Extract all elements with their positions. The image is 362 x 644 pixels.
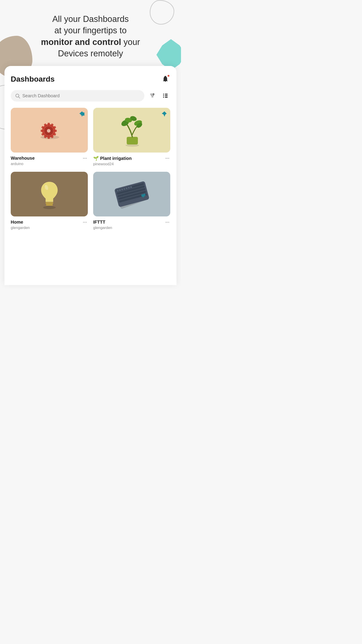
- svg-rect-32: [45, 202, 53, 204]
- plant-irrigation-more-button[interactable]: ···: [164, 156, 170, 160]
- plant-irrigation-pin-button[interactable]: [160, 110, 168, 118]
- pin-icon: [160, 110, 168, 118]
- svg-rect-7: [165, 97, 168, 98]
- warehouse-thumbnail: [11, 108, 88, 152]
- plant-irrigation-info: 🌱 Plant irrigation pinewood24 ···: [93, 156, 170, 166]
- home-info: Home glengarden ···: [11, 220, 88, 230]
- sort-icon: [149, 92, 156, 98]
- plant-irrigation-name: 🌱 Plant irrigation: [93, 156, 132, 161]
- home-name: Home: [11, 220, 30, 225]
- hero-rest: your: [121, 37, 140, 47]
- plant-irrigation-subtitle: pinewood24: [93, 162, 132, 166]
- svg-line-1: [18, 97, 20, 98]
- dashboard-grid: Warehouse arduino ···: [11, 108, 170, 230]
- svg-rect-18: [48, 136, 50, 139]
- pin-icon: [78, 110, 85, 118]
- home-subtitle: glengarden: [11, 226, 30, 230]
- svg-point-31: [43, 206, 56, 209]
- svg-point-11: [47, 129, 50, 132]
- list-view-button[interactable]: [160, 90, 170, 101]
- notification-dot: [167, 74, 170, 77]
- svg-rect-6: [163, 97, 164, 98]
- bell-icon: [161, 75, 169, 83]
- warehouse-info: Warehouse arduino ···: [11, 156, 88, 166]
- card-header: Dashboards: [11, 74, 170, 84]
- svg-rect-5: [165, 95, 168, 96]
- svg-rect-15: [54, 130, 57, 132]
- hero-line1: All your Dashboards: [52, 14, 129, 24]
- svg-rect-2: [163, 94, 164, 94]
- dashboard-item-warehouse: Warehouse arduino ···: [11, 108, 88, 166]
- dashboard-item-ifttt: IFTTT glengarden ···: [93, 172, 170, 230]
- keyboard-illustration: [112, 177, 151, 212]
- card-title: Dashboards: [11, 75, 55, 84]
- warehouse-name: Warehouse: [11, 156, 35, 161]
- search-input-container: [11, 90, 144, 102]
- svg-rect-25: [127, 137, 138, 144]
- plant-emoji: 🌱: [93, 156, 99, 161]
- hero-line4: Devices remotely: [58, 49, 123, 58]
- plant-illustration: [117, 112, 146, 148]
- svg-rect-4: [163, 95, 164, 96]
- warehouse-pin-button[interactable]: [78, 110, 85, 118]
- gear-illustration: [35, 116, 64, 145]
- ifttt-info: IFTTT glengarden ···: [93, 220, 170, 230]
- home-more-button[interactable]: ···: [82, 220, 88, 224]
- warehouse-subtitle: arduino: [11, 162, 35, 166]
- svg-rect-33: [46, 204, 53, 206]
- search-row: [11, 90, 170, 102]
- ifttt-more-button[interactable]: ···: [164, 220, 170, 224]
- dashboard-item-plant-irrigation: 🌱 Plant irrigation pinewood24 ···: [93, 108, 170, 166]
- dashboard-card: Dashboards: [4, 66, 177, 285]
- search-input[interactable]: [22, 93, 140, 98]
- notification-bell-button[interactable]: [160, 74, 170, 84]
- ifttt-name: IFTTT: [93, 220, 112, 225]
- home-thumbnail: [11, 172, 88, 216]
- sort-button[interactable]: [147, 90, 157, 101]
- warehouse-more-button[interactable]: ···: [82, 156, 88, 160]
- hero-line2: at your fingertips to: [54, 26, 126, 35]
- hero-bold: monitor and control: [41, 37, 121, 47]
- ifttt-thumbnail: [93, 172, 170, 216]
- list-view-icon: [162, 92, 168, 98]
- ifttt-subtitle: glengarden: [93, 226, 112, 230]
- dashboard-item-home: Home glengarden ···: [11, 172, 88, 230]
- plant-irrigation-thumbnail: [93, 108, 170, 152]
- svg-rect-21: [41, 130, 44, 132]
- svg-rect-12: [48, 123, 50, 126]
- hero-section: All your Dashboards at your fingertips t…: [0, 0, 181, 66]
- search-icon: [15, 94, 20, 98]
- svg-rect-3: [165, 94, 168, 94]
- bulb-illustration: [37, 178, 62, 210]
